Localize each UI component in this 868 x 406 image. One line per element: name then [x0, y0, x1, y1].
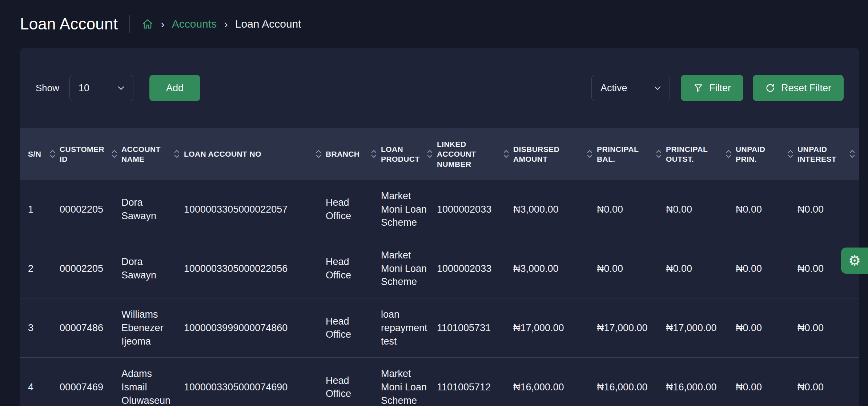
table-cell: Head Office [326, 358, 381, 406]
column-header[interactable]: UNPAID INTEREST [797, 128, 859, 180]
sort-asc-icon[interactable] [316, 150, 321, 153]
sort-asc-icon[interactable] [726, 150, 731, 153]
table-cell: ₦0.00 [797, 180, 859, 239]
table-cell: ₦0.00 [736, 180, 797, 239]
header-divider [129, 15, 130, 33]
column-label: BRANCH [326, 149, 359, 159]
loan-accounts-table: S/NCUSTOMER IDACCOUNT NAMELOAN ACCOUNT N… [20, 128, 859, 406]
table-cell: ₦0.00 [597, 180, 666, 239]
status-filter-select[interactable]: Active [591, 75, 670, 101]
column-header[interactable]: CUSTOMER ID [60, 128, 121, 180]
sort-desc-icon[interactable] [112, 155, 117, 158]
sort-icons[interactable] [112, 150, 118, 158]
sort-desc-icon[interactable] [587, 155, 592, 158]
sort-desc-icon[interactable] [316, 155, 321, 158]
sort-desc-icon[interactable] [371, 155, 377, 158]
sort-asc-icon[interactable] [849, 150, 855, 153]
refresh-icon [765, 83, 775, 93]
table-cell: 1000003305000074690 [184, 358, 326, 406]
table-cell: 1101005712 [437, 358, 513, 406]
sort-asc-icon[interactable] [371, 150, 377, 153]
table-cell: 1 [20, 180, 60, 239]
table-row[interactable]: 100002205Dora Sawayn1000003305000022057H… [20, 180, 859, 239]
sort-icons[interactable] [427, 150, 433, 158]
sort-icons[interactable] [316, 150, 322, 158]
sort-asc-icon[interactable] [788, 150, 793, 153]
sort-desc-icon[interactable] [788, 155, 793, 158]
sort-desc-icon[interactable] [50, 155, 55, 158]
filter-button[interactable]: Filter [681, 75, 743, 101]
page-size-select[interactable]: 10 [69, 75, 133, 101]
column-header[interactable]: PRINCIPAL BAL. [597, 128, 666, 180]
table-cell: loan repayment test [381, 298, 437, 358]
sort-icons[interactable] [656, 150, 662, 158]
table-cell: 00007469 [60, 358, 121, 406]
sort-icons[interactable] [587, 150, 593, 158]
sort-desc-icon[interactable] [656, 155, 662, 158]
table-cell: 4 [20, 358, 60, 406]
table-row[interactable]: 200002205Dora Sawayn1000003305000022056H… [20, 239, 859, 298]
sort-asc-icon[interactable] [50, 150, 55, 153]
reset-filter-button[interactable]: Reset Filter [753, 75, 844, 101]
table-header-row: S/NCUSTOMER IDACCOUNT NAMELOAN ACCOUNT N… [20, 128, 859, 180]
sort-icons[interactable] [788, 150, 794, 158]
sort-desc-icon[interactable] [427, 155, 433, 158]
sort-asc-icon[interactable] [174, 150, 180, 153]
table-cell: ₦0.00 [736, 298, 797, 358]
sort-asc-icon[interactable] [112, 150, 117, 153]
sort-desc-icon[interactable] [503, 155, 509, 158]
sort-icons[interactable] [371, 150, 377, 158]
add-button[interactable]: Add [149, 75, 200, 101]
sort-asc-icon[interactable] [656, 150, 662, 153]
breadcrumb-separator: › [161, 18, 165, 30]
sort-icons[interactable] [726, 150, 732, 158]
table-toolbar: Show 10 Add Active Filter [20, 48, 859, 128]
table-row[interactable]: 300007486Williams Ebenezer Ijeoma1000003… [20, 298, 859, 358]
toolbar-right: Active Filter Reset Filter [591, 75, 844, 101]
breadcrumb-link-accounts[interactable]: Accounts [172, 18, 217, 30]
toolbar-left: Show 10 Add [36, 75, 200, 101]
chevron-down-icon [118, 86, 124, 90]
table-cell: 00002205 [60, 180, 121, 239]
table-cell: Williams Ebenezer Ijeoma [121, 298, 184, 358]
sort-icons[interactable] [503, 150, 510, 158]
table-cell: 00002205 [60, 239, 121, 298]
table-row[interactable]: 400007469Adams Ismail Oluwaseun100000330… [20, 358, 859, 406]
sort-asc-icon[interactable] [503, 150, 509, 153]
column-header[interactable]: DISBURSED AMOUNT [513, 128, 597, 180]
sort-icons[interactable] [50, 150, 56, 158]
table-cell: 1000002033 [437, 239, 513, 298]
breadcrumb-separator: › [224, 18, 228, 30]
table-cell: ₦16,000.00 [597, 358, 666, 406]
table-cell: 1000003999000074860 [184, 298, 326, 358]
table-cell: 1000003305000022057 [184, 180, 326, 239]
column-header[interactable]: LOAN PRODUCT [381, 128, 437, 180]
page-header: Loan Account › Accounts › Loan Account [0, 0, 868, 48]
sort-desc-icon[interactable] [174, 155, 180, 158]
sort-desc-icon[interactable] [726, 155, 731, 158]
sort-icons[interactable] [849, 150, 856, 158]
sort-asc-icon[interactable] [427, 150, 433, 153]
column-label: LINKED ACCOUNT NUMBER [437, 139, 501, 169]
table-cell: ₦0.00 [797, 358, 859, 406]
column-header[interactable]: BRANCH [326, 128, 381, 180]
table-cell: ₦16,000.00 [513, 358, 597, 406]
column-header[interactable]: S/N [20, 128, 60, 180]
column-header[interactable]: PRINCIPAL OUTST. [666, 128, 736, 180]
sort-icons[interactable] [174, 150, 180, 158]
column-header[interactable]: LOAN ACCOUNT NO [184, 128, 326, 180]
column-label: S/N [28, 149, 41, 159]
reset-filter-button-label: Reset Filter [781, 83, 831, 94]
settings-gear-button[interactable]: ⚙ [841, 248, 868, 274]
sort-asc-icon[interactable] [587, 150, 592, 153]
column-header[interactable]: ACCOUNT NAME [121, 128, 184, 180]
column-header[interactable]: LINKED ACCOUNT NUMBER [437, 128, 513, 180]
table-body: 100002205Dora Sawayn1000003305000022057H… [20, 180, 859, 406]
table-cell: 1101005731 [437, 298, 513, 358]
column-header[interactable]: UNPAID PRIN. [736, 128, 797, 180]
table-cell: Adams Ismail Oluwaseun [121, 358, 184, 406]
home-icon[interactable] [142, 18, 153, 30]
table-cell: Head Office [326, 180, 381, 239]
column-label: ACCOUNT NAME [121, 144, 172, 164]
sort-desc-icon[interactable] [849, 155, 855, 158]
